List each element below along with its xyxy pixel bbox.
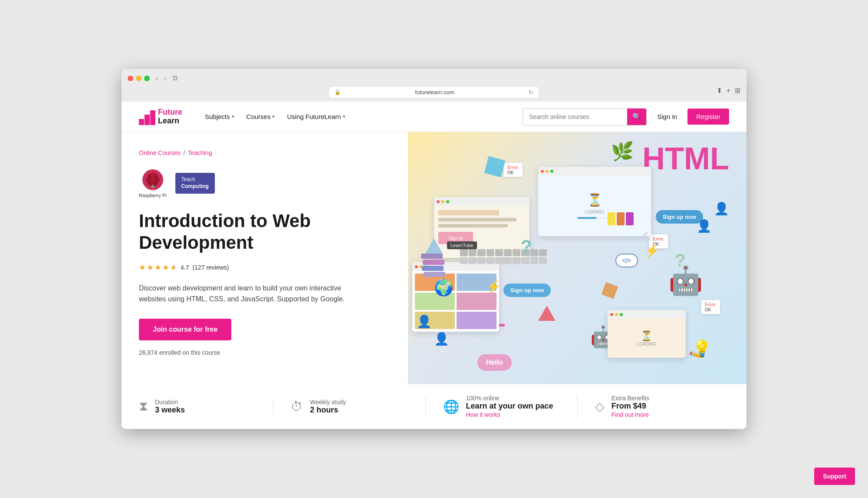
stat-duration-content: Duration 3 weeks [155, 399, 185, 415]
sign-in-button[interactable]: Sign in [652, 109, 682, 124]
hourglass-icon: ⧗ [139, 399, 148, 414]
duration-value: 3 weeks [155, 406, 185, 415]
partner-logos: Raspberry Pi Teach Computing [139, 168, 391, 198]
hero-section: Online Courses / Teaching [122, 132, 746, 384]
code-tag: </> [615, 254, 638, 267]
weekly-label: Weekly study [310, 399, 346, 406]
cube-1 [484, 156, 506, 178]
lock-icon: 🔒 [335, 89, 341, 95]
logo-text: Future Learn [158, 108, 182, 125]
browser-mockup-main: ⏳ LOADING [538, 167, 651, 236]
find-out-more-link[interactable]: Find out more [612, 411, 649, 418]
courses-label: Courses [247, 113, 271, 120]
nav-subjects[interactable]: Subjects ▾ [200, 109, 240, 124]
error-text-1: Error. [507, 165, 519, 170]
html-big-text: HTML [642, 141, 729, 176]
breadcrumb-separator: / [184, 149, 185, 156]
search-button[interactable]: 🔍 [627, 108, 646, 125]
breadcrumb: Online Courses / Teaching [139, 149, 391, 156]
star-2: ★ [147, 263, 154, 272]
course-title: Introduction to Web Development [139, 210, 391, 254]
star-3: ★ [155, 263, 161, 272]
tab-icon[interactable]: ⧉ [171, 73, 179, 83]
lightning-1: ⚡ [486, 280, 501, 294]
question-mark-1: ? [521, 236, 532, 257]
star-half: ★★ [170, 263, 177, 272]
online-value: Learn at your own pace [466, 402, 553, 411]
enrolled-count: 26,874 enrolled on this course [139, 349, 391, 356]
register-button[interactable]: Register [687, 109, 729, 125]
stat-online: 🌐 100% online Learn at your own pace How… [425, 395, 577, 419]
error-tip-3: Error. OK [701, 300, 720, 314]
globe-stat-icon: 🌐 [443, 399, 459, 414]
error-text-2: Error. [653, 236, 664, 241]
breadcrumb-home[interactable]: Online Courses [139, 149, 181, 156]
breadcrumb-current: Teaching [187, 149, 212, 156]
nav-using-futurelearn[interactable]: Using FutureLearn ▾ [282, 109, 350, 124]
maximize-button[interactable] [144, 76, 150, 81]
person-icon-3: 👤 [714, 201, 729, 216]
using-fl-chevron: ▾ [343, 114, 345, 119]
search-bar[interactable]: 🔍 [523, 108, 647, 125]
address-bar-row: 🔒 futurelearn.com ↻ ⬆ + ⊞ [128, 86, 740, 102]
minimize-button[interactable] [136, 76, 141, 81]
search-input[interactable] [523, 113, 627, 120]
search-icon: 🔍 [632, 112, 641, 121]
star-1: ★ [139, 263, 146, 272]
courses-chevron: ▾ [272, 114, 275, 119]
stat-online-content: 100% online Learn at your own pace How i… [466, 395, 553, 419]
person-icon-1: 👤 [417, 314, 432, 329]
share-icon[interactable]: ⬆ [717, 86, 722, 95]
stat-weekly: ⏱ Weekly study 2 hours [273, 399, 425, 415]
support-button[interactable]: Support [814, 468, 855, 485]
sidebar-icon[interactable]: ⊞ [735, 86, 740, 95]
cube-2 [602, 282, 618, 299]
logo-line1: Future [158, 108, 182, 117]
join-course-button[interactable]: Join course for free [139, 319, 231, 340]
address-bar[interactable]: 🔒 futurelearn.com ↻ [329, 87, 538, 98]
nav-courses[interactable]: Courses ▾ [241, 109, 280, 124]
svg-rect-2 [150, 110, 155, 125]
triangle-2 [425, 238, 443, 254]
globe-icon: 🌍 [434, 279, 454, 297]
course-description: Discover web development and learn to bu… [139, 283, 365, 305]
duration-label: Duration [155, 399, 185, 406]
raspberry-icon [141, 168, 164, 191]
rating-row: ★ ★ ★ ★ ★★ 4.7 (127 reviews) [139, 263, 391, 272]
diamond-icon: ◇ [595, 399, 605, 414]
teach-computing-badge: Teach Computing [175, 173, 215, 193]
learntube-label: LearnTube [447, 241, 477, 249]
keyboard-illustration [460, 249, 547, 275]
bulb-icon: 💡 [692, 340, 712, 358]
star-rating: ★ ★ ★ ★ ★★ [139, 263, 177, 272]
error-tip-1: Error. OK [503, 162, 523, 177]
weekly-value: 2 hours [310, 406, 346, 415]
browser-controls: ‹ › ⧉ [154, 73, 179, 83]
browser-chrome: ‹ › ⧉ 🔒 futurelearn.com ↻ ⬆ + ⊞ [122, 69, 746, 102]
how-it-works-link[interactable]: How it works [466, 411, 500, 418]
navbar: Future Learn Subjects ▾ Courses ▾ Using … [122, 102, 746, 132]
refresh-icon[interactable]: ↻ [529, 89, 533, 96]
back-button[interactable]: ‹ [154, 73, 160, 83]
close-button[interactable] [128, 76, 133, 81]
online-label: 100% online [466, 395, 553, 402]
svg-point-10 [148, 181, 153, 186]
svg-point-6 [150, 172, 155, 177]
logo-link[interactable]: Future Learn [139, 108, 182, 125]
benefits-value: From $49 [612, 402, 649, 411]
url-text: futurelearn.com [343, 89, 526, 96]
svg-rect-1 [145, 115, 150, 125]
browser-window: ‹ › ⧉ 🔒 futurelearn.com ↻ ⬆ + ⊞ [122, 69, 746, 429]
stat-benefits: ◇ Extra Benefits From $49 Find out more [577, 395, 729, 419]
illustration-canvas: HTML HTML 🌿 Error. OK Error. OK [408, 132, 746, 384]
cursor-icon: ↖ [641, 228, 651, 242]
browser-mockup-small: ⏳ LOADING [608, 310, 686, 358]
forward-button[interactable]: › [162, 73, 168, 83]
nav-items: Subjects ▾ Courses ▾ Using FutureLearn ▾ [200, 109, 351, 124]
hello-bubble: Hello [477, 354, 512, 371]
lightning-2: ⚡ [644, 244, 660, 258]
page-content: Future Learn Subjects ▾ Courses ▾ Using … [122, 102, 746, 429]
add-tab-icon[interactable]: + [727, 87, 730, 95]
error-text-3: Error. [705, 302, 717, 307]
subjects-label: Subjects [205, 113, 230, 120]
